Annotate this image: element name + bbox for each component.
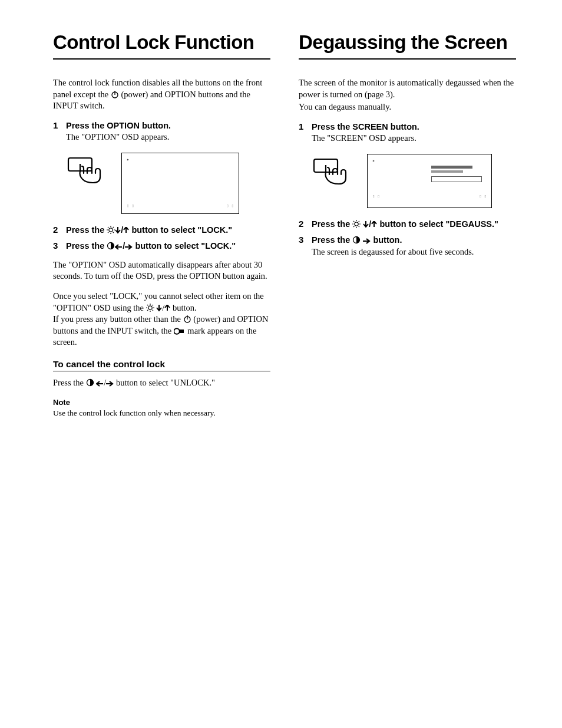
left-step-1: 1 Press the OPTION button. The "OPTION" … — [53, 120, 270, 143]
text: Press the — [53, 378, 86, 387]
option-osd: ▸ ▯ ▯▯ ▯ — [121, 153, 239, 214]
left-after-a: The "OPTION" OSD automatically disappear… — [53, 259, 270, 282]
contrast-icon — [352, 236, 361, 244]
text: button to select "LOCK." — [129, 225, 232, 235]
up-arrow-icon — [371, 221, 377, 228]
step-head: Press the / button to select "LOCK." — [66, 225, 270, 236]
text: button. — [371, 235, 402, 245]
note-body: Use the control lock function only when … — [53, 408, 270, 419]
down-arrow-icon — [363, 221, 369, 228]
left-title: Control Lock Function — [53, 32, 270, 54]
left-step-3: 3 Press the / button to select "LOCK." — [53, 241, 270, 252]
right-step-3: 3 Press the button. The screen is degaus… — [299, 235, 516, 258]
step-number: 3 — [299, 235, 312, 245]
right-diagram: ▸ ▯ ▯▯ ▯ — [312, 154, 516, 208]
cancel-heading: To cancel the control lock — [53, 359, 270, 370]
text: Press the — [66, 225, 107, 235]
contrast-icon — [86, 378, 94, 387]
right-intro-a: The screen of the monitor is automatical… — [299, 77, 516, 100]
screen-osd: ▸ ▯ ▯▯ ▯ — [367, 154, 492, 208]
left-arrow-icon — [115, 244, 123, 250]
up-arrow-icon — [164, 305, 170, 312]
sun-icon — [146, 304, 154, 312]
cancel-body: Press the / button to select "UNLOCK." — [53, 377, 270, 389]
right-step-1: 1 Press the SCREEN button. The "SCREEN" … — [299, 121, 516, 144]
step-head: Press the button. — [312, 235, 516, 246]
left-diagram: ▸ ▯ ▯▯ ▯ — [66, 153, 270, 214]
step-head: Press the / button to select "LOCK." — [66, 241, 270, 252]
power-icon — [111, 90, 119, 98]
step-number: 1 — [299, 121, 312, 131]
step-head: Press the OPTION button. — [66, 120, 270, 132]
text: Press the — [66, 241, 107, 251]
note-heading: Note — [53, 398, 270, 407]
text: Press the — [312, 235, 352, 245]
right-title: Degaussing the Screen — [299, 32, 516, 54]
rule — [53, 371, 270, 371]
right-arrow-icon — [106, 381, 114, 387]
right-arrow-icon — [125, 244, 133, 250]
power-icon — [183, 315, 191, 323]
left-column: Control Lock Function The control lock f… — [53, 32, 270, 419]
down-arrow-icon — [156, 305, 162, 312]
step-head: Press the SCREEN button. — [312, 121, 516, 133]
step-number: 1 — [53, 120, 66, 130]
left-arrow-icon — [96, 381, 104, 387]
step-sub: The "OPTION" OSD appears. — [66, 131, 270, 143]
step-head: Press the / button to select "DEGAUSS." — [312, 219, 516, 230]
step-sub: The screen is degaussed for about five s… — [312, 246, 516, 258]
text: button. — [170, 303, 196, 312]
text: button to select "UNLOCK." — [114, 378, 215, 387]
left-intro: The control lock function disables all t… — [53, 77, 270, 112]
press-button-icon — [312, 154, 353, 195]
down-arrow-icon — [115, 227, 121, 234]
text: Press the — [312, 219, 352, 229]
right-step-2: 2 Press the / button to select "DEGAUSS.… — [299, 219, 516, 230]
up-arrow-icon — [123, 227, 129, 234]
right-intro-b: You can degauss manually. — [299, 101, 516, 113]
step-number: 3 — [53, 241, 66, 251]
right-column: Degaussing the Screen The screen of the … — [299, 32, 516, 419]
sun-icon — [107, 226, 115, 234]
step-number: 2 — [299, 219, 312, 229]
sun-icon — [352, 220, 361, 228]
contrast-icon — [107, 242, 115, 250]
press-button-icon — [66, 153, 107, 194]
right-arrow-icon — [363, 238, 371, 244]
text: If you press any button other than the — [53, 314, 183, 324]
rule — [53, 58, 270, 60]
lock-icon — [174, 328, 186, 335]
step-sub: The "SCREEN" OSD appears. — [312, 133, 516, 144]
step-number: 2 — [53, 225, 66, 235]
text: button to select "LOCK." — [133, 241, 236, 251]
text: button to select "DEGAUSS." — [377, 219, 498, 229]
left-after-b: Once you select "LOCK," you cannot selec… — [53, 291, 270, 348]
rule — [299, 58, 516, 60]
left-step-2: 2 Press the / button to select "LOCK." — [53, 225, 270, 236]
